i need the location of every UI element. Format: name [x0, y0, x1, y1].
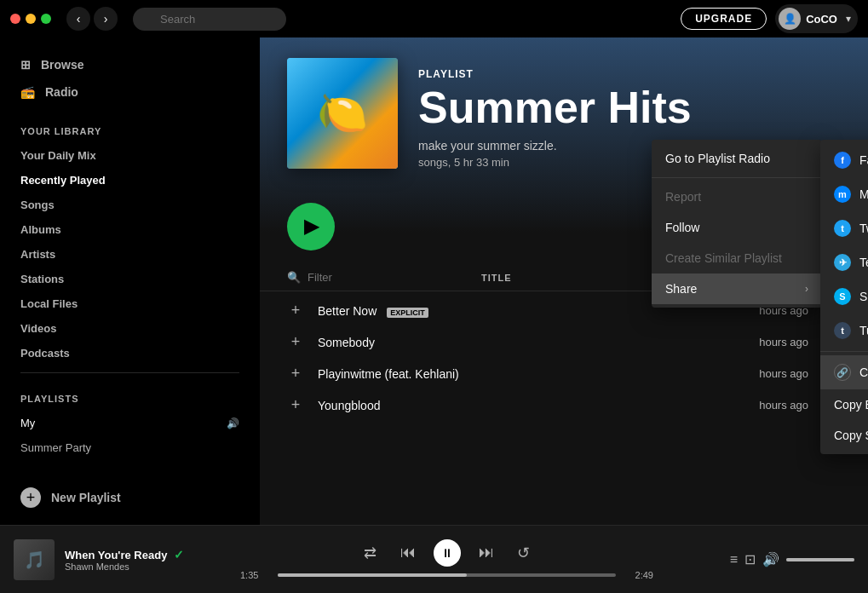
progress-bar[interactable] — [278, 573, 616, 577]
checkmark-icon: ✓ — [174, 548, 184, 561]
playlist-cover: 🍋 — [287, 58, 398, 169]
sidebar-nav: ⊞ Browse 📻 Radio — [0, 37, 260, 112]
section-library-label: YOUR LIBRARY — [0, 112, 260, 143]
skype-icon: S — [834, 288, 851, 305]
share-skype-label: Skype — [859, 290, 868, 303]
top-bar-right: UPGRADE 👤 CoCO ▾ — [681, 4, 858, 33]
playlist-type: PLAYLIST — [418, 68, 841, 80]
forward-button[interactable]: › — [94, 7, 118, 31]
share-copy-uri[interactable]: Copy Spotify URI — [820, 420, 868, 451]
share-twitter[interactable]: t Twitter — [820, 211, 868, 245]
filter-input[interactable] — [308, 271, 451, 284]
share-skype[interactable]: S Skype — [820, 279, 868, 314]
search-input[interactable] — [133, 8, 286, 31]
playlist-title: Summer Hits — [418, 83, 841, 132]
sidebar-item-local-files[interactable]: Local Files — [0, 291, 260, 316]
play-button[interactable]: ▶ — [287, 203, 335, 250]
add-icon[interactable]: + — [287, 365, 304, 383]
context-create-similar: Create Similar Playlist — [652, 243, 822, 273]
time-total: 2:49 — [623, 570, 653, 580]
sidebar-item-songs[interactable]: Songs — [0, 193, 260, 217]
user-menu[interactable]: 👤 CoCO ▾ — [775, 4, 858, 33]
context-go-to-radio[interactable]: Go to Playlist Radio — [652, 143, 822, 174]
link-icon: 🔗 — [834, 364, 851, 381]
back-button[interactable]: ‹ — [66, 7, 90, 31]
volume-bar[interactable] — [786, 558, 854, 561]
progress-fill — [278, 573, 467, 577]
sidebar-item-daily-mix[interactable]: Your Daily Mix — [0, 143, 260, 168]
share-messenger-label: Messenger — [859, 187, 868, 201]
share-telegram-label: Telegram — [859, 256, 868, 269]
share-copy-embed[interactable]: Copy Embed Code — [820, 389, 868, 420]
minimize-button[interactable] — [26, 14, 36, 24]
repeat-button[interactable]: ↺ — [512, 541, 536, 565]
track-row[interactable]: + Playinwitme (feat. Kehlani) hours ago … — [260, 358, 868, 389]
share-twitter-label: Twitter — [859, 222, 868, 235]
sidebar-item-browse[interactable]: ⊞ Browse — [10, 51, 250, 78]
add-icon[interactable]: + — [287, 396, 304, 414]
share-tumblr[interactable]: t Tumblr — [820, 314, 868, 348]
queue-button[interactable]: ≡ — [730, 552, 738, 567]
share-messenger[interactable]: m Messenger — [820, 177, 868, 211]
browse-icon: ⊞ — [20, 58, 31, 72]
sidebar-item-stations[interactable]: Stations — [0, 267, 260, 291]
volume-fill — [786, 558, 854, 561]
twitter-icon: t — [834, 220, 851, 237]
track-list: + Better Now EXPLICIT hours ago ⏱ + Some… — [260, 295, 868, 421]
track-name: Better Now EXPLICIT — [318, 304, 693, 318]
user-name: CoCO — [806, 13, 837, 26]
share-copy-link[interactable]: 🔗 Copy Playlist Link — [820, 355, 868, 389]
share-telegram[interactable]: ✈ Telegram — [820, 245, 868, 279]
track-added: hours ago — [706, 399, 808, 412]
now-playing-artist: Shawn Mendes — [65, 561, 227, 572]
add-icon[interactable]: + — [287, 333, 304, 351]
new-playlist-button[interactable]: + New Playlist — [0, 477, 260, 518]
track-name: Playinwitme (feat. Kehlani) — [318, 367, 693, 381]
progress-bar-container: 1:35 2:49 — [240, 570, 653, 580]
new-playlist-label: New Playlist — [51, 491, 121, 504]
main-layout: ⊞ Browse 📻 Radio YOUR LIBRARY Your Daily… — [0, 37, 868, 525]
now-playing-cover: 🎵 — [14, 539, 55, 580]
sidebar-divider — [20, 372, 239, 373]
share-copy-uri-label: Copy Spotify URI — [834, 429, 868, 442]
upgrade-button[interactable]: UPGRADE — [681, 8, 767, 30]
track-row[interactable]: + Youngblood hours ago ⏱ — [260, 389, 868, 421]
sidebar-item-videos[interactable]: Videos — [0, 316, 260, 341]
content-area: 🍋 PLAYLIST Summer Hits make your summer … — [260, 37, 868, 525]
nav-arrows: ‹ › — [66, 7, 118, 31]
top-bar: ‹ › 🔍 UPGRADE 👤 CoCO ▾ — [0, 0, 868, 37]
sidebar-item-artists[interactable]: Artists — [0, 242, 260, 267]
context-menu: Go to Playlist Radio Report Follow Creat… — [652, 140, 822, 308]
player-right: ≡ ⊡ 🔊 — [667, 551, 854, 567]
chevron-down-icon: ▾ — [846, 13, 851, 25]
share-facebook[interactable]: f Facebook — [820, 143, 868, 177]
sidebar-item-radio[interactable]: 📻 Radio — [10, 78, 250, 106]
sidebar-item-recently-played[interactable]: Recently Played — [0, 168, 260, 193]
chevron-right-icon: › — [805, 283, 808, 295]
telegram-icon: ✈ — [834, 254, 851, 271]
now-playing-info: When You're Ready ✓ Shawn Mendes — [65, 548, 227, 572]
devices-button[interactable]: ⊡ — [744, 551, 756, 567]
add-icon[interactable]: + — [287, 302, 304, 320]
avatar: 👤 — [779, 8, 801, 30]
share-facebook-label: Facebook — [859, 153, 868, 167]
sidebar-item-summer-party[interactable]: Summer Party — [0, 435, 260, 460]
share-submenu: f Facebook m Messenger t Twitter ✈ Teleg… — [820, 140, 868, 454]
pause-button[interactable]: ⏸ — [434, 539, 461, 567]
close-button[interactable] — [10, 14, 20, 24]
sidebar-item-albums[interactable]: Albums — [0, 217, 260, 242]
track-added: hours ago — [706, 367, 808, 380]
prev-button[interactable]: ⏮ — [396, 541, 420, 565]
sidebar-item-my-playlist[interactable]: My 🔊 — [0, 411, 260, 435]
next-button[interactable]: ⏭ — [474, 541, 498, 565]
cover-emoji: 🍋 — [317, 89, 368, 137]
context-share[interactable]: Share › — [652, 273, 822, 304]
fullscreen-button[interactable] — [41, 14, 51, 24]
filter-area: 🔍 — [287, 271, 451, 284]
sidebar-item-podcasts[interactable]: Podcasts — [0, 341, 260, 366]
track-row[interactable]: + Somebody hours ago ⏱ — [260, 326, 868, 358]
shuffle-button[interactable]: ⇄ — [359, 541, 382, 565]
context-follow[interactable]: Follow — [652, 212, 822, 243]
filter-icon: 🔍 — [287, 271, 301, 284]
volume-button[interactable]: 🔊 — [762, 551, 779, 567]
